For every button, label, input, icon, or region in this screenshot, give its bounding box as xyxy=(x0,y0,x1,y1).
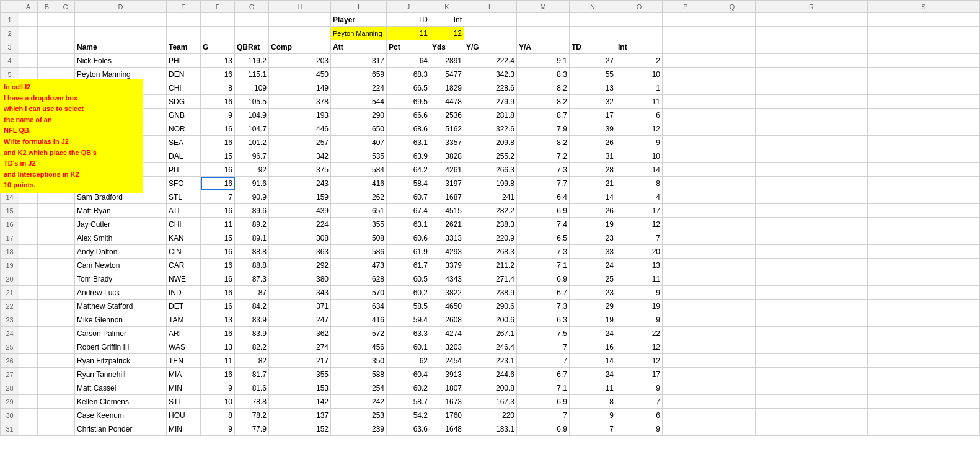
cell-J28-pct: 60.2 xyxy=(387,381,430,395)
cell-R31 xyxy=(756,422,868,436)
cell-N25-td: 16 xyxy=(570,340,616,354)
cell-J15-pct: 67.4 xyxy=(387,204,430,218)
cell-D22-name: Matthew Stafford xyxy=(75,300,167,313)
cell-M8-ya: 8.7 xyxy=(517,109,570,122)
cell-A19 xyxy=(19,259,38,272)
cell-C18 xyxy=(56,245,75,259)
cell-L14-yg: 241 xyxy=(464,190,517,204)
cell-H1 xyxy=(269,13,331,27)
cell-M27-ya: 6.7 xyxy=(517,368,570,381)
cell-L2 xyxy=(464,27,517,40)
cell-B21 xyxy=(38,286,56,300)
cell-H3-comp: Comp xyxy=(269,40,331,54)
cell-J4-pct: 64 xyxy=(387,54,430,68)
cell-S13 xyxy=(868,177,980,190)
cell-J2-td-value: 11 xyxy=(387,27,430,40)
cell-A22 xyxy=(19,300,38,313)
cell-E26-team: TEN xyxy=(167,354,201,368)
cell-G7-qbrat: 105.5 xyxy=(235,95,269,109)
player-row-3: 7Philip RiversSDG16105.537854469.5447827… xyxy=(1,95,980,109)
cell-K27-yds: 3913 xyxy=(430,368,464,381)
cell-R6 xyxy=(756,81,868,95)
cell-K2-int-value: 12 xyxy=(430,27,464,40)
cell-Q6 xyxy=(709,81,756,95)
cell-S5 xyxy=(868,68,980,81)
player-row-21: 25Robert Griffin IIIWAS1382.227445660.13… xyxy=(1,340,980,354)
col-header-C: C xyxy=(56,1,75,13)
col-header-H: H xyxy=(269,1,331,13)
cell-O10-int: 9 xyxy=(616,136,663,149)
cell-O7-int: 11 xyxy=(616,95,663,109)
cell-K13-yds: 3197 xyxy=(430,177,464,190)
cell-H8-comp: 193 xyxy=(269,109,331,122)
cell-Q16 xyxy=(709,218,756,231)
annotation-line4: the name of an xyxy=(4,115,139,126)
cell-B17 xyxy=(38,231,56,245)
cell-I8-att: 290 xyxy=(331,109,387,122)
cell-H19-comp: 292 xyxy=(269,259,331,272)
cell-J27-pct: 60.4 xyxy=(387,368,430,381)
player-row-19: 23Mike GlennonTAM1383.924741659.42608200… xyxy=(1,313,980,327)
cell-Q25 xyxy=(709,340,756,354)
cell-E21-team: IND xyxy=(167,286,201,300)
cell-S15 xyxy=(868,204,980,218)
cell-E9-team: NOR xyxy=(167,122,201,136)
player-row-6: 10Russell WilsonSEA16101.225740763.13357… xyxy=(1,136,980,149)
cell-J24-pct: 63.3 xyxy=(387,327,430,340)
cell-B1 xyxy=(38,13,56,27)
cell-E19-team: CAR xyxy=(167,259,201,272)
cell-Q4 xyxy=(709,54,756,68)
cell-D17-name: Alex Smith xyxy=(75,231,167,245)
cell-R24 xyxy=(756,327,868,340)
player-row-2: 6Josh McCownCHI810914922466.51829228.68.… xyxy=(1,81,980,95)
cell-Q10 xyxy=(709,136,756,149)
cell-E20-team: NWE xyxy=(167,272,201,286)
cell-G26-qbrat: 82 xyxy=(235,354,269,368)
player-row-5: 9Drew BreesNOR16104.744665068.65162322.6… xyxy=(1,122,980,136)
cell-S22 xyxy=(868,300,980,313)
cell-O16-int: 12 xyxy=(616,218,663,231)
cell-E24-team: ARI xyxy=(167,327,201,340)
cell-S29 xyxy=(868,395,980,409)
cell-I13-att: 416 xyxy=(331,177,387,190)
row-num-1: 1 xyxy=(1,13,19,27)
cell-E5-team: DEN xyxy=(167,68,201,81)
row-num-18: 18 xyxy=(1,245,19,259)
row-num-17: 17 xyxy=(1,231,19,245)
cell-K28-yds: 1807 xyxy=(430,381,464,395)
col-header-M: M xyxy=(517,1,570,13)
cell-K14-yds: 1687 xyxy=(430,190,464,204)
cell-E7-team: SDG xyxy=(167,95,201,109)
cell-N11-td: 31 xyxy=(570,149,616,163)
cell-Q7 xyxy=(709,95,756,109)
cell-R18 xyxy=(756,245,868,259)
cell-K26-yds: 2454 xyxy=(430,354,464,368)
cell-M15-ya: 6.9 xyxy=(517,204,570,218)
cell-L27-yg: 244.6 xyxy=(464,368,517,381)
cell-D29-name: Kellen Clemens xyxy=(75,395,167,409)
cell-N27-td: 24 xyxy=(570,368,616,381)
cell-K3-yds: Yds xyxy=(430,40,464,54)
cell-G8-qbrat: 104.9 xyxy=(235,109,269,122)
cell-L13-yg: 199.8 xyxy=(464,177,517,190)
cell-H28-comp: 153 xyxy=(269,381,331,395)
cell-J5-pct: 68.3 xyxy=(387,68,430,81)
cell-D1 xyxy=(75,13,167,27)
cell-M16-ya: 7.4 xyxy=(517,218,570,231)
row-1: 1 Player TD Int xyxy=(1,13,980,27)
cell-S11 xyxy=(868,149,980,163)
player-row-13: 17Alex SmithKAN1589.130850860.63313220.9… xyxy=(1,231,980,245)
cell-G17-qbrat: 89.1 xyxy=(235,231,269,245)
cell-B30 xyxy=(38,409,56,422)
cell-R13 xyxy=(756,177,868,190)
cell-R9 xyxy=(756,122,868,136)
row-num-29: 29 xyxy=(1,395,19,409)
cell-G14-qbrat: 90.9 xyxy=(235,190,269,204)
cell-K8-yds: 2536 xyxy=(430,109,464,122)
cell-G22-qbrat: 84.2 xyxy=(235,300,269,313)
cell-E23-team: TAM xyxy=(167,313,201,327)
cell-G20-qbrat: 87.3 xyxy=(235,272,269,286)
player-row-1: 5Peyton ManningDEN16115.145065968.354773… xyxy=(1,68,980,81)
cell-I2-player-dropdown[interactable]: Peyton Manning xyxy=(331,27,387,40)
cell-H30-comp: 137 xyxy=(269,409,331,422)
